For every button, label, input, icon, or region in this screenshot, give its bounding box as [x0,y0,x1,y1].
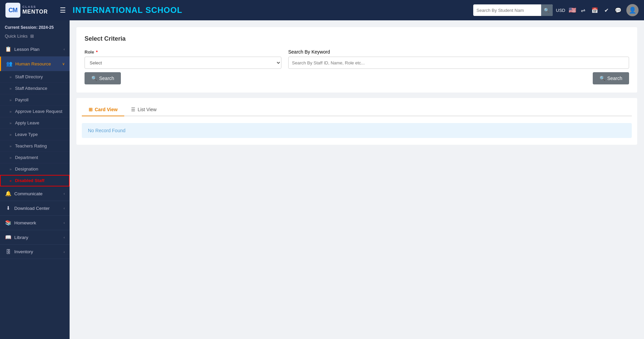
school-title: INTERNATIONAL SCHOOL [73,5,469,15]
subitem-label: Disabled Staff [15,178,44,183]
sub-arrow-icon: » [10,98,12,102]
select-criteria-panel: Select Criteria Role * Select Search By … [76,27,637,93]
tab-content: No Record Found [82,116,632,145]
avatar-icon: 👤 [629,6,636,14]
sidebar-item-homework[interactable]: 📚 Homework ‹ [0,216,70,230]
top-navbar: CM CLASS MENTOR ☰ INTERNATIONAL SCHOOL 🔍… [0,0,644,20]
lesson-plan-icon: 📋 [5,46,12,52]
sidebar-item-library[interactable]: 📖 Library ‹ [0,230,70,245]
download-icon: ⬇ [5,205,12,211]
subitem-label: Teachers Rating [15,143,47,148]
tabs-container: ⊞ Card View ☰ List View No Record Found [76,98,637,145]
logo-text: CLASS MENTOR [22,5,48,15]
sub-arrow-icon: » [10,179,12,183]
homework-icon: 📚 [5,220,12,226]
flag-icon[interactable]: 🇺🇸 [569,6,576,14]
subitem-label: Payroll [15,97,29,102]
keyword-form-group: Search By Keyword [288,49,629,69]
list-view-icon: ☰ [131,107,135,112]
subitem-label: Department [15,155,38,160]
sub-arrow-icon: » [10,167,12,171]
sidebar-subitem-staff-directory[interactable]: » Staff Directory [0,71,70,83]
sidebar-subitem-department[interactable]: » Department [0,152,70,163]
sub-arrow-icon: » [10,156,12,160]
sidebar: Current Session: 2024-25 Quick Links ⊞ 📋… [0,20,70,339]
sub-arrow-icon: » [10,86,12,91]
logo-mentor: MENTOR [22,9,48,15]
hamburger-icon: ☰ [60,6,66,14]
inventory-icon: 🗄 [5,249,12,255]
tab-card-view[interactable]: ⊞ Card View [82,103,124,116]
search-label-right: Search [607,76,622,81]
search-icon-left: 🔍 [91,76,97,81]
whatsapp-icon[interactable]: 💬 [613,6,623,15]
logo-icon: CM [5,3,20,18]
tab-list-view[interactable]: ☰ List View [124,103,163,116]
sub-arrow-icon: » [10,109,12,114]
tabs-header: ⊞ Card View ☰ List View [82,103,632,116]
checklist-icon[interactable]: ✔ [603,6,610,15]
sidebar-subitem-apply-leave[interactable]: » Apply Leave [0,117,70,129]
tab-card-view-label: Card View [95,107,117,112]
sidebar-item-human-resource[interactable]: 👥 Human Resource ∨ [0,57,70,71]
avatar[interactable]: 👤 [626,4,639,16]
sidebar-subitem-designation[interactable]: » Designation [0,163,70,175]
sidebar-subitem-leave-type[interactable]: » Leave Type [0,129,70,140]
sidebar-item-communicate[interactable]: 🔔 Communicate ‹ [0,186,70,201]
sidebar-subitem-teachers-rating[interactable]: » Teachers Rating [0,140,70,152]
sidebar-subitem-payroll[interactable]: » Payroll [0,94,70,106]
sub-arrow-icon: » [10,121,12,125]
no-record-message: No Record Found [82,123,632,138]
sidebar-subitem-staff-attendance[interactable]: » Staff Attendance [0,83,70,94]
student-search-button[interactable]: 🔍 [541,4,553,16]
communicate-icon: 🔔 [5,191,12,197]
sidebar-item-label: Inventory [14,249,61,254]
keyword-label: Search By Keyword [288,49,629,55]
search-label-left: Search [99,76,114,81]
subitem-label: Staff Attendance [15,86,47,91]
session-label: Current Session: 2024-25 [5,24,65,31]
sub-arrow-icon: » [10,144,12,148]
subitem-label: Designation [15,166,38,172]
sidebar-item-label: Lesson Plan [14,47,61,52]
sidebar-item-inventory[interactable]: 🗄 Inventory ‹ [0,245,70,259]
sidebar-item-label: Library [14,235,61,240]
sidebar-item-lesson-plan[interactable]: 📋 Lesson Plan ‹ [0,42,70,57]
subitem-label: Approve Leave Request [15,109,62,114]
currency-label[interactable]: USD [556,8,565,13]
search-button-right[interactable]: 🔍 Search [593,72,629,84]
calendar-icon[interactable]: 📅 [590,6,600,15]
session-info: Current Session: 2024-25 [0,20,70,33]
logo-letters: CM [8,7,17,14]
chevron-icon: ‹ [63,221,65,225]
transfer-icon[interactable]: ⇌ [579,6,587,15]
chevron-down-icon: ∨ [62,62,65,66]
chevron-icon: ‹ [63,47,65,51]
sidebar-item-label: Download Center [14,206,61,211]
page-title: Select Criteria [85,35,629,42]
chevron-icon: ‹ [63,206,65,210]
sidebar-item-download-center[interactable]: ⬇ Download Center ‹ [0,201,70,216]
sidebar-subitem-disabled-staff[interactable]: » Disabled Staff [0,175,70,186]
role-label: Role * [85,49,281,55]
chevron-icon: ‹ [63,192,65,196]
subitem-label: Apply Leave [15,120,39,125]
sub-arrow-icon: » [10,75,12,79]
sidebar-item-label: Communicate [14,191,61,196]
hamburger-button[interactable]: ☰ [57,5,69,16]
quick-links[interactable]: Quick Links ⊞ [0,33,70,42]
sidebar-item-label: Homework [14,220,61,225]
subitem-label: Staff Directory [15,74,43,79]
main-layout: Current Session: 2024-25 Quick Links ⊞ 📋… [0,20,644,339]
navbar-right: 🔍 USD 🇺🇸 ⇌ 📅 ✔ 💬 👤 [473,4,639,16]
student-search-input[interactable] [473,8,541,13]
criteria-form-row: Role * Select Search By Keyword [85,49,629,69]
role-select[interactable]: Select [85,57,281,69]
search-button-left[interactable]: 🔍 Search [85,72,121,84]
sidebar-subitem-approve-leave-request[interactable]: » Approve Leave Request [0,106,70,117]
library-icon: 📖 [5,234,12,240]
subitem-label: Leave Type [15,132,38,137]
sidebar-item-label: Human Resource [15,61,59,66]
quick-links-label: Quick Links [5,34,27,39]
keyword-input[interactable] [288,57,629,69]
